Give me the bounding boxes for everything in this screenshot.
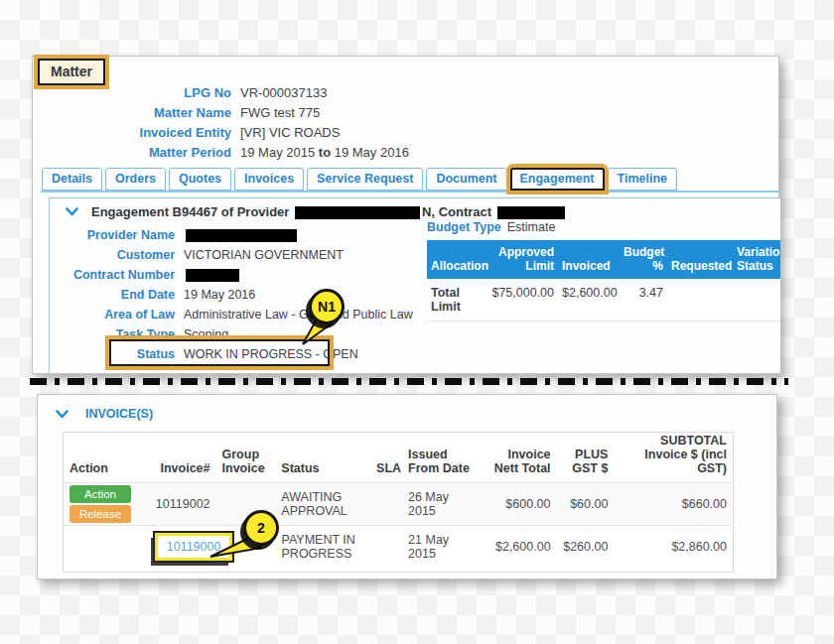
invoice-number-cell: 10119002 — [149, 497, 216, 511]
matter-title-label: Matter — [51, 64, 92, 79]
col-group-invoice: Group Invoice — [216, 448, 276, 475]
invoice-row: Action Release 10119002 AWAITING APPROVA… — [64, 482, 733, 525]
field-label: Matter Period — [43, 145, 231, 160]
field-label: Matter Name — [43, 105, 231, 120]
field-label: Provider Name — [50, 228, 175, 242]
engagement-field-end-date: End Date 19 May 2016 — [50, 285, 413, 305]
matter-field-invoiced-entity: Invoiced Entity [VR] VIC ROADS — [43, 122, 409, 142]
gst-cell: $60.00 — [557, 497, 615, 511]
col-status: Status — [275, 461, 370, 475]
tab-underline — [41, 191, 780, 193]
subtotal-cell: $2,860.00 — [614, 540, 733, 554]
matter-panel: Matter LPG No VR-000037133 Matter Name F… — [32, 56, 779, 374]
col-variation-status: Variation Status — [733, 245, 780, 273]
section-divider — [30, 378, 788, 385]
field-label: Budget Type — [427, 220, 501, 234]
invoice-number-cell: 10119000 — [149, 533, 216, 561]
invoice-row: 10119000 PAYMENT IN PROGRESS 21 May 2015… — [64, 525, 733, 567]
nett-total-cell: $2,600.00 — [478, 540, 557, 554]
screenshot: Matter LPG No VR-000037133 Matter Name F… — [0, 0, 834, 644]
period-conjunction: to — [319, 145, 331, 160]
invoice-number-link[interactable]: 10119000 — [167, 540, 221, 554]
col-subtotal: SUBTOTAL Invoice $ (incl GST) — [614, 434, 733, 475]
engagement-field-area-of-law: Area of Law Administrative Law - Govt an… — [50, 305, 413, 324]
action-cell: Action Release — [64, 483, 149, 525]
field-label: Contract Number — [50, 268, 175, 282]
redacted-text — [186, 229, 297, 242]
tab-quotes[interactable]: Quotes — [169, 168, 231, 191]
field-label: Invoiced Entity — [43, 125, 231, 140]
field-value: [VR] VIC ROADS — [240, 125, 340, 140]
invoices-table: Action Invoice# Group Invoice Status SLA… — [63, 432, 734, 573]
invoices-section-header: INVOICE(S) — [56, 407, 153, 421]
engagement-header-middle: N, Contract — [422, 204, 491, 219]
field-label: End Date — [50, 288, 175, 302]
gst-cell: $260.00 — [557, 540, 615, 554]
field-value: Scoping — [184, 327, 228, 341]
chevron-down-icon[interactable] — [56, 410, 69, 419]
invoices-table-header: Action Invoice# Group Invoice Status SLA… — [64, 433, 733, 482]
matter-field-matter-period: Matter Period 19 May 2015 to 19 May 2016 — [43, 142, 409, 162]
tab-details[interactable]: Details — [42, 168, 102, 191]
field-value: Estimate — [507, 220, 556, 234]
field-label: Area of Law — [50, 308, 175, 322]
engagement-field-task-type: Task Type Scoping — [50, 324, 413, 344]
col-requested: Requested — [667, 259, 733, 273]
callout-n1: N1 — [309, 289, 345, 324]
col-budget-pct: Budget % — [620, 245, 667, 273]
callout-step-2: 2 — [243, 510, 279, 546]
period-end: 19 May 2016 — [335, 145, 409, 160]
engagement-field-contract-number: Contract Number — [50, 265, 413, 285]
budget-table-header: Allocation Approved Limit Invoiced Budge… — [427, 240, 780, 279]
col-invoice-nett-total: Invoice Nett Total — [478, 448, 557, 475]
callout-step-2-label: 2 — [257, 520, 265, 536]
field-label: Customer — [50, 248, 175, 262]
release-button[interactable]: Release — [70, 505, 131, 523]
matter-page-title: Matter — [38, 59, 105, 85]
invoice-link-highlight-box: 10119000 — [155, 533, 233, 561]
status-value: WORK IN PROGRESS - OPEN — [184, 347, 358, 361]
tab-document[interactable]: Document — [426, 168, 506, 191]
budget-table-row: Total Limit $75,000.00 $2,600.00 3.47 — [427, 279, 780, 322]
field-label: LPG No — [43, 85, 231, 100]
subtotal-cell: $660.00 — [614, 497, 733, 511]
col-issued-from-date: Issued From Date — [402, 448, 478, 475]
redacted-text — [186, 269, 239, 282]
col-invoice-number: Invoice# — [149, 461, 216, 475]
engagement-header: Engagement B94467 of Provider N, Contrac… — [66, 204, 567, 219]
tab-service-request[interactable]: Service Request — [307, 168, 423, 191]
field-value: 19 May 2015 to 19 May 2016 — [240, 145, 409, 160]
col-approved-limit: Approved Limit — [486, 245, 558, 273]
col-sla: SLA — [370, 461, 402, 475]
engagement-section: Engagement B94467 of Provider N, Contrac… — [49, 197, 780, 373]
matter-field-lpg-no: LPG No VR-000037133 — [43, 82, 409, 102]
action-button[interactable]: Action — [70, 485, 131, 503]
chevron-down-icon[interactable] — [66, 207, 78, 216]
tab-invoices[interactable]: Invoices — [234, 168, 304, 191]
tab-timeline[interactable]: Timeline — [608, 168, 677, 191]
period-start: 19 May 2015 — [240, 145, 315, 160]
col-invoiced: Invoiced — [558, 259, 620, 273]
redacted-provider-name — [295, 206, 420, 219]
budget-area: Budget Type Estimate Allocation Approved… — [427, 220, 780, 322]
engagement-field-provider-name: Provider Name — [50, 225, 413, 245]
invoices-panel: INVOICE(S) Action Invoice# Group Invoice… — [37, 394, 777, 580]
col-plus-gst: PLUS GST $ — [557, 448, 615, 475]
field-value: FWG test 775 — [240, 105, 320, 120]
invoices-section-title: INVOICE(S) — [85, 407, 153, 421]
tab-engagement[interactable]: Engagement — [510, 168, 605, 191]
col-action: Action — [64, 461, 149, 475]
field-value — [184, 268, 241, 282]
tab-orders[interactable]: Orders — [105, 168, 166, 191]
matter-fields: LPG No VR-000037133 Matter Name FWG test… — [43, 82, 409, 162]
field-value — [184, 228, 299, 242]
tab-bar: Details Orders Quotes Invoices Service R… — [42, 168, 677, 191]
engagement-header-text: Engagement B94467 of Provider N, Contrac… — [91, 204, 567, 219]
field-value: VICTORIAN GOVERNMENT — [184, 248, 344, 262]
cell-approved-limit: $75,000.00 — [486, 286, 558, 300]
engagement-header-prefix: Engagement B94467 of Provider — [91, 204, 289, 219]
cell-invoiced: $2,600.00 — [558, 286, 620, 300]
nett-total-cell: $600.00 — [478, 497, 557, 511]
status-cell: PAYMENT IN PROGRESS — [276, 533, 371, 561]
engagement-fields: Provider Name Customer VICTORIAN GOVERNM… — [50, 225, 413, 364]
